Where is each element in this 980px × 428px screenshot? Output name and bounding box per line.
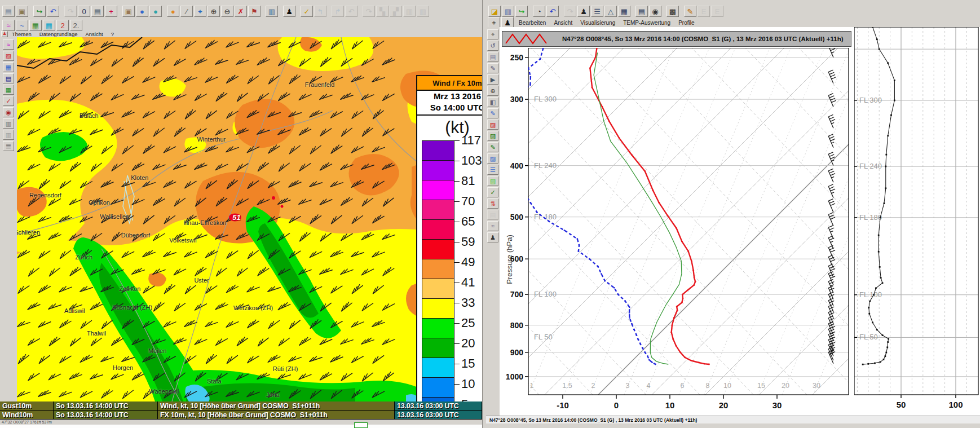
chart-scribble-icon[interactable]: ~ [16,20,28,31]
taskbar-item[interactable] [354,422,368,428]
red-check-icon[interactable]: ✓ [3,96,14,106]
pan-icon[interactable]: ⌖ [194,6,206,17]
skewt-canvas[interactable]: 2503004005006007008009001000FL 300FL 240… [500,48,852,420]
menu-item-visualisierung[interactable]: Visualisierung [580,20,615,26]
rainbow-lines-icon[interactable]: ≈ [3,39,14,50]
map-legend: Wind / Fx 10m Mrz 13 2016 So 14:00 UTC (… [416,75,482,401]
zoom-in-icon[interactable]: ⊕ [208,6,220,17]
menu-item-temp-auswertung[interactable]: TEMP-Auswertung [623,20,670,26]
svg-text:FL 100: FL 100 [859,290,882,299]
export-icon[interactable]: ↪ [33,6,46,17]
windspeed-canvas[interactable]: FL 300FL 240FL 180FL 100FL 5050100 [854,27,980,422]
person-icon[interactable]: ♟ [501,17,514,28]
check-icon[interactable]: ✓ [301,6,313,17]
zoom-out-icon[interactable]: ⊖ [221,6,233,17]
grid-icon[interactable]: ▦ [618,6,630,17]
signature-icon[interactable]: ✎ [487,63,498,73]
camera-icon[interactable]: ◉ [649,6,661,17]
hatch-lightgreen-icon[interactable]: ▨ [487,176,498,186]
hatch-green-icon[interactable]: ▨ [487,131,498,141]
sounding-status-bar: N47°28 O008°45, So 13 Mrz 2016 14:00 (CO… [486,416,980,423]
globe-teal-icon[interactable]: ● [149,6,162,17]
undo-icon[interactable]: ↶ [546,6,559,17]
stamp-icon[interactable]: ◉ [3,107,14,117]
menu-item-themen[interactable]: Themen [12,31,32,37]
pan-tool-icon[interactable]: ⌖ [488,17,500,28]
undo-icon[interactable]: ↶ [47,6,59,17]
redo-alt-icon: ↷ [363,6,375,17]
menu-item--[interactable]: ? [111,31,114,37]
profile-rainbow-icon[interactable]: ≈ [2,20,15,31]
pages-gray-icon[interactable]: ▥ [3,130,14,140]
map-menubar: ♟ ThemenDatengrundlageAnsicht? [0,30,482,37]
matrix-code-icon[interactable]: ▩ [666,6,679,17]
wave-icon[interactable]: ≈ [487,221,498,231]
eraser-icon[interactable]: ◧ [487,97,498,107]
new-page-icon[interactable]: ▤ [2,6,15,17]
chart-2-icon[interactable]: 2 [56,20,69,31]
open-lock-icon[interactable]: ▣ [16,6,28,17]
pan-tool-icon[interactable]: ⌖ [487,29,498,39]
map-toolbar-main: ▤▣↪↶↷0▤+▣●●●∕⌖⊕⊖✗⚑▥♟✓↰↱↶↷▚▞▥▥ [0,3,484,19]
copy-doc-icon[interactable]: ▥ [502,6,514,17]
menu-item-ansicht[interactable]: Ansicht [85,31,103,37]
flag-icon[interactable]: ⚑ [248,6,261,17]
arrows-red-icon[interactable]: ⇅ [487,198,498,209]
blue-pages-icon[interactable]: ▤ [3,73,14,83]
legend-band [422,319,454,338]
wind-map[interactable] [17,37,482,401]
pencil-icon[interactable]: ✎ [684,6,696,17]
measure-icon[interactable]: ∕ [180,6,193,17]
status-cell: Wind, kt, 10 [Höhe über Grund] COSMO_S1+… [158,401,395,411]
lines-blue-icon[interactable]: ☰ [487,165,498,175]
legend-title: Wind / Fx 10m [417,76,482,91]
chart-2dot-icon[interactable]: 2. [70,20,82,31]
map-canvas[interactable]: FrauenfeldBülachWinterthurKlotenRegensdo… [17,37,482,401]
map-city-label: Bülach [80,112,99,119]
profile-person-icon[interactable]: ♟ [577,6,590,17]
note-layer-icon[interactable]: ▤ [91,6,104,17]
check-note-icon[interactable]: ✓ [487,187,498,197]
pages-icon[interactable]: ▥ [3,118,14,129]
themes-icon[interactable]: ♟ [1,31,8,37]
workstation-screen: ▤▣↪↶↷0▤+▣●●●∕⌖⊕⊖✗⚑▥♟✓↰↱↶↷▚▞▥▥ ≈~▦▦22. ♟ … [0,0,980,428]
menu-item-bearbeiten[interactable]: Bearbeiten [519,20,546,26]
cursor-icon[interactable]: ▶ [487,74,498,85]
hatch-red-icon[interactable]: ▨ [487,120,498,130]
open-folder-icon[interactable]: ◪ [488,6,501,17]
menu-item-datengrundlage[interactable]: Datengrundlage [39,31,78,37]
clock-icon[interactable]: ◔ [533,6,545,17]
table-icon[interactable]: ▤ [635,6,648,17]
legend-band [422,358,454,378]
gauge-icon[interactable]: △ [604,6,617,17]
menu-item-profile[interactable]: Profile [678,20,694,26]
map-thumb-icon[interactable]: ▦ [29,20,42,31]
copy-map-icon[interactable]: ▥ [266,6,278,17]
zoom-loupe-icon[interactable]: ⊕ [487,86,498,96]
ink-pointer-icon[interactable]: ✎ [487,108,498,118]
rotate-icon[interactable]: ↺ [487,41,498,51]
chart-green-icon[interactable]: ▦ [3,85,14,95]
walker-icon[interactable]: ♟ [283,6,295,17]
map-cyan-icon[interactable]: ▦ [43,20,55,31]
list-icon[interactable]: ☰ [591,6,603,17]
menu-item-ansicht[interactable]: Ansicht [554,20,572,26]
svg-text:30: 30 [772,400,782,410]
lines-black-icon[interactable]: ☰ [3,141,14,151]
red-tool-icon[interactable]: ▨ [3,51,14,61]
delete-icon[interactable]: ✗ [235,6,247,17]
globe-orange-icon[interactable]: ● [167,6,179,17]
globe-blue-icon[interactable]: ● [136,6,148,17]
chart-blue-icon[interactable]: ▦ [3,62,14,72]
add-layer-icon[interactable]: + [105,6,117,17]
export-icon[interactable]: ↪ [515,6,528,17]
doc-icon[interactable]: ▤ [487,52,498,62]
pencil-green-icon[interactable]: ✎ [487,142,498,152]
image-layer-icon[interactable]: ▣ [122,6,135,17]
person-walk-icon[interactable]: ♟ [487,232,498,242]
hatch-blue-icon[interactable]: ▨ [487,153,498,164]
zero-layer-icon[interactable]: 0 [78,6,90,17]
status-cell: FX 10m, kt, 10 [Höhe über Grund] COSMO_S… [158,411,395,420]
legend-scale-value: 33 [461,295,475,310]
sounding-title-bar[interactable]: N47°28 O008°45, So 13 Mrz 2016 14:00 (CO… [502,31,851,47]
